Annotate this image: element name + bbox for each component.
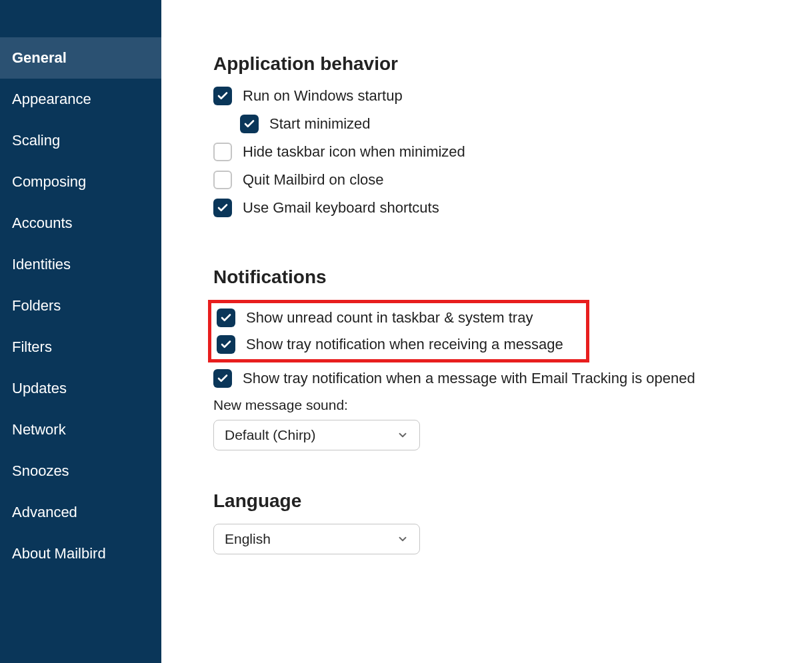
sidebar-item-appearance[interactable]: Appearance <box>0 79 161 120</box>
sidebar-item-identities[interactable]: Identities <box>0 244 161 285</box>
sidebar-item-label: Identities <box>12 256 71 273</box>
option-quit-on-close: Quit Mailbird on close <box>213 171 812 189</box>
check-icon <box>217 90 229 102</box>
main-content: Application behavior Run on Windows star… <box>161 0 812 663</box>
option-show-tray-message: Show tray notification when receiving a … <box>217 335 582 354</box>
checkbox-label: Show tray notification when receiving a … <box>246 336 563 353</box>
checkbox-hide-taskbar[interactable] <box>213 143 232 161</box>
checkbox-label: Start minimized <box>269 115 371 133</box>
sidebar-item-about[interactable]: About Mailbird <box>0 533 161 574</box>
sidebar-item-advanced[interactable]: Advanced <box>0 492 161 533</box>
sound-label: New message sound: <box>213 397 812 413</box>
sidebar-item-label: Snoozes <box>12 462 69 479</box>
sidebar-item-snoozes[interactable]: Snoozes <box>0 450 161 492</box>
section-title-language: Language <box>213 490 812 512</box>
sidebar-item-label: Composing <box>12 173 86 190</box>
highlight-box: Show unread count in taskbar & system tr… <box>208 300 589 362</box>
checkbox-quit-on-close[interactable] <box>213 171 232 189</box>
sidebar-item-label: Advanced <box>12 504 77 520</box>
option-show-unread-count: Show unread count in taskbar & system tr… <box>217 309 582 327</box>
sidebar-item-label: Updates <box>12 380 67 396</box>
sidebar-item-composing[interactable]: Composing <box>0 161 161 203</box>
sidebar-item-label: Folders <box>12 297 61 314</box>
sidebar-item-label: General <box>12 49 67 66</box>
option-start-minimized: Start minimized <box>240 115 812 133</box>
sidebar-item-folders[interactable]: Folders <box>0 285 161 327</box>
sidebar-item-general[interactable]: General <box>0 37 161 79</box>
check-icon <box>217 372 229 384</box>
sidebar-item-scaling[interactable]: Scaling <box>0 120 161 161</box>
sidebar-item-label: Appearance <box>12 91 91 107</box>
check-icon <box>220 312 232 324</box>
sidebar-item-label: About Mailbird <box>12 545 106 562</box>
checkbox-show-tray-tracking[interactable] <box>213 369 232 388</box>
checkbox-show-tray-message[interactable] <box>217 335 235 354</box>
checkbox-label: Show tray notification when a message wi… <box>243 370 695 387</box>
section-title-notifications: Notifications <box>213 267 812 288</box>
checkbox-label: Hide taskbar icon when minimized <box>243 143 465 161</box>
option-gmail-shortcuts: Use Gmail keyboard shortcuts <box>213 199 812 217</box>
select-value: English <box>225 531 271 547</box>
checkbox-start-minimized[interactable] <box>240 115 259 133</box>
sidebar-item-accounts[interactable]: Accounts <box>0 203 161 244</box>
checkbox-gmail-shortcuts[interactable] <box>213 199 232 217</box>
sidebar-item-network[interactable]: Network <box>0 409 161 450</box>
sidebar-item-label: Network <box>12 421 66 438</box>
checkbox-label: Show unread count in taskbar & system tr… <box>246 309 533 327</box>
section-title-application-behavior: Application behavior <box>213 53 812 75</box>
option-run-on-startup: Run on Windows startup <box>213 87 812 105</box>
sidebar-item-updates[interactable]: Updates <box>0 368 161 409</box>
select-language[interactable]: English <box>213 524 420 554</box>
sidebar-item-label: Scaling <box>12 132 60 149</box>
select-new-message-sound[interactable]: Default (Chirp) <box>213 420 420 450</box>
check-icon <box>220 338 232 350</box>
option-hide-taskbar: Hide taskbar icon when minimized <box>213 143 812 161</box>
check-icon <box>243 118 255 130</box>
sidebar-item-label: Accounts <box>12 215 73 231</box>
chevron-down-icon <box>397 533 409 545</box>
checkbox-label: Use Gmail keyboard shortcuts <box>243 199 439 217</box>
sidebar-item-label: Filters <box>12 338 52 355</box>
checkbox-label: Quit Mailbird on close <box>243 171 384 189</box>
check-icon <box>217 202 229 214</box>
option-show-tray-tracking: Show tray notification when a message wi… <box>213 369 812 388</box>
chevron-down-icon <box>397 429 409 441</box>
sidebar: General Appearance Scaling Composing Acc… <box>0 0 161 663</box>
checkbox-label: Run on Windows startup <box>243 87 403 105</box>
checkbox-run-on-startup[interactable] <box>213 87 232 105</box>
checkbox-show-unread-count[interactable] <box>217 309 235 327</box>
select-value: Default (Chirp) <box>225 427 316 443</box>
sidebar-item-filters[interactable]: Filters <box>0 327 161 368</box>
